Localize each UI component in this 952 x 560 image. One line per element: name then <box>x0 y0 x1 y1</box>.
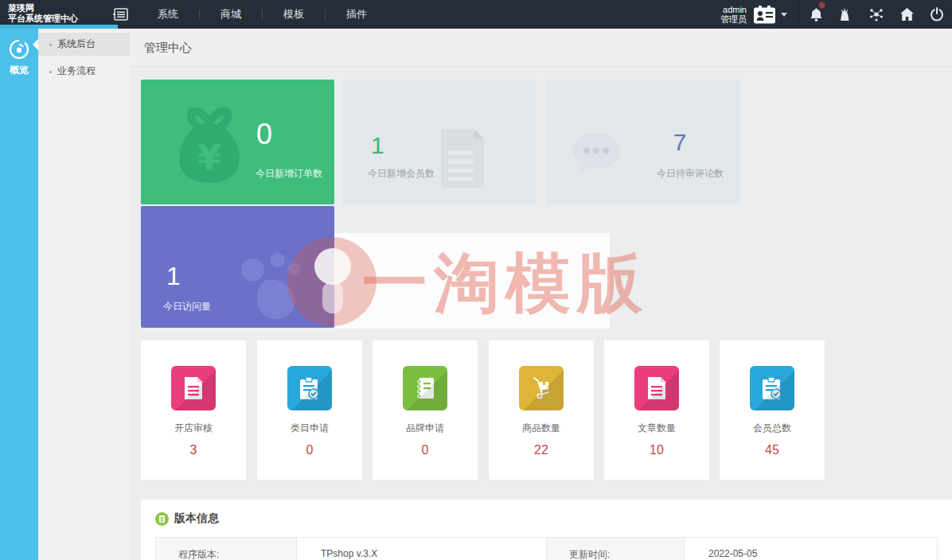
stat-card-orders[interactable]: ¥ 0 今日新增订单数 <box>141 80 334 204</box>
shortcut-label: 类目申请 <box>257 422 362 435</box>
stat-members-label: 今日新增会员数 <box>368 167 435 181</box>
network-share-icon[interactable] <box>861 0 892 29</box>
version-program-value: TPshop v.3.X <box>297 538 547 560</box>
shortcut-value: 10 <box>604 443 709 457</box>
sidebar: 系统后台 业务流程 <box>38 29 130 560</box>
shortcut-value: 0 <box>373 443 478 457</box>
nav-item-mall[interactable]: 商城 <box>200 0 262 29</box>
clear-cache-brush-icon[interactable] <box>831 0 861 29</box>
user-idcard-icon[interactable] <box>753 6 776 24</box>
user-info: admin 管理员 <box>720 5 747 24</box>
shortcut-label: 商品数量 <box>489 422 594 435</box>
shortcut-card-member-total[interactable]: 会员总数 45 <box>720 340 825 480</box>
notification-badge <box>818 2 825 9</box>
shortcut-card-brand-apply[interactable]: 品牌申请 0 <box>373 340 478 480</box>
version-program-label: 程序版本: <box>156 538 297 560</box>
version-info-panel: 版本信息 程序版本: TPshop v.3.X 更新时间: 2022-05-05 <box>141 500 952 560</box>
shortcut-card-shop-review[interactable]: 开店审核 3 <box>141 340 246 480</box>
topbar: 菜瑛网 平台系统管理中心 系统 商城 模板 插件 admin 管理员 <box>0 0 952 29</box>
home-icon[interactable] <box>892 0 922 29</box>
stat-comments-value: 7 <box>664 129 696 156</box>
version-time-value: 2022-05-05 <box>685 538 937 560</box>
shortcut-card-goods-count[interactable]: 商品数量 22 <box>489 340 594 480</box>
logo-line2: 平台系统管理中心 <box>8 14 118 24</box>
shortcut-card-category-apply[interactable]: 类目申请 0 <box>257 340 362 480</box>
stat-orders-value: 0 <box>236 118 292 151</box>
trolley-icon <box>519 366 564 410</box>
shortcut-card-article-count[interactable]: 文章数量 10 <box>604 340 709 480</box>
clipboard-check-icon <box>750 366 794 410</box>
stat-card-members[interactable]: 1 今日新增会员数 <box>342 80 536 204</box>
notebook-icon <box>403 366 447 410</box>
document-icon <box>171 366 216 410</box>
stat-visits-label: 今日访问量 <box>163 300 211 313</box>
logo-accent-bar <box>0 25 118 29</box>
menu-toggle-icon[interactable] <box>113 8 128 21</box>
stat-comments-label: 今日待审评论数 <box>657 167 724 181</box>
topbar-right: admin 管理员 <box>720 0 952 29</box>
document-icon <box>634 366 679 410</box>
nav-item-template[interactable]: 模板 <box>263 0 325 29</box>
logo-line1: 菜瑛网 <box>8 3 118 14</box>
user-role: 管理员 <box>720 14 747 24</box>
version-time-label: 更新时间: <box>547 538 685 560</box>
version-header: 版本信息 <box>141 500 952 526</box>
notifications-bell-icon[interactable] <box>801 0 831 29</box>
nav-item-plugin[interactable]: 插件 <box>326 0 388 29</box>
version-doc-icon <box>155 512 169 526</box>
nav-item-system[interactable]: 系统 <box>137 0 199 29</box>
shortcut-label: 文章数量 <box>604 422 709 435</box>
watermark-logo-tail <box>322 282 343 313</box>
shortcut-value: 0 <box>257 443 362 457</box>
shortcut-label: 开店审核 <box>141 422 246 435</box>
main-content: 管理中心 ¥ 0 今日新增订单数 1 今日新增会员数 7 <box>130 29 952 560</box>
power-logout-icon[interactable] <box>922 0 952 29</box>
stat-visits-value: 1 <box>166 262 181 291</box>
chevron-down-icon[interactable] <box>781 13 787 17</box>
topbar-divider <box>798 0 799 29</box>
watermark-text: 一淘模版 <box>362 242 649 325</box>
active-item-arrow <box>33 39 38 50</box>
top-navigation: 系统 商城 模板 插件 <box>137 0 388 29</box>
bullet-dot <box>49 44 52 46</box>
sidebar-item-label: 业务流程 <box>57 65 96 76</box>
overview-dashboard-icon[interactable] <box>8 38 30 60</box>
chat-bubble-icon <box>568 130 624 180</box>
version-table: 程序版本: TPshop v.3.X 更新时间: 2022-05-05 <box>155 537 938 560</box>
page-title: 管理中心 <box>130 29 952 67</box>
shortcut-value: 22 <box>489 443 594 457</box>
sidebar-item-system-backend[interactable]: 系统后台 <box>38 33 130 56</box>
user-name: admin <box>720 5 747 14</box>
document-ghost-icon <box>433 127 492 189</box>
svg-text:¥: ¥ <box>197 138 222 178</box>
module-rail: 概览 <box>0 29 38 560</box>
stat-card-comments[interactable]: 7 今日待审评论数 <box>546 80 739 204</box>
stat-members-value: 1 <box>371 132 384 159</box>
clipboard-check-icon <box>287 366 332 410</box>
sidebar-item-label: 系统后台 <box>57 38 96 49</box>
watermark-logo-inner <box>314 248 351 285</box>
version-title: 版本信息 <box>174 511 219 526</box>
stat-orders-label: 今日新增订单数 <box>256 167 322 181</box>
bullet-dot <box>49 71 52 73</box>
shortcut-label: 品牌申请 <box>373 422 478 435</box>
rail-overview-label[interactable]: 概览 <box>0 64 38 77</box>
shortcut-value: 45 <box>720 443 825 457</box>
shortcut-label: 会员总数 <box>720 422 825 435</box>
sidebar-item-business-flow[interactable]: 业务流程 <box>38 60 130 83</box>
shortcut-value: 3 <box>141 443 246 457</box>
